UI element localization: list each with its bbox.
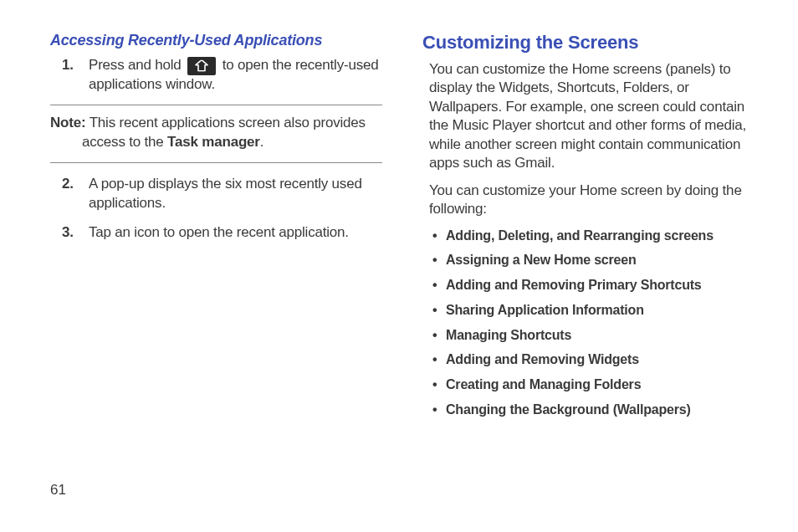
left-column: Accessing Recently-Used Applications 1. …	[50, 32, 382, 427]
bullet-item: Sharing Application Information	[432, 302, 755, 320]
bullet-item: Adding and Removing Widgets	[432, 351, 755, 369]
note-block: Note: This recent applications screen al…	[50, 105, 382, 163]
right-column: Customizing the Screens You can customiz…	[422, 32, 755, 427]
bullet-item: Adding, Deleting, and Rearranging screen…	[432, 228, 755, 245]
step-text-before: Press and hold	[89, 57, 185, 73]
home-icon	[187, 57, 216, 75]
page-number: 61	[50, 482, 66, 499]
bullet-item: Changing the Background (Wallpapers)	[432, 402, 755, 419]
section-heading-customizing: Customizing the Screens	[422, 32, 755, 54]
intro-paragraph-1: You can customize the Home screens (pane…	[422, 60, 755, 173]
step-number: 1.	[62, 56, 74, 75]
bullet-item: Managing Shortcuts	[432, 327, 755, 345]
note-text-after: .	[260, 134, 264, 150]
step-1: 1. Press and hold to open the recently-u…	[89, 56, 382, 95]
bullet-item: Creating and Managing Folders	[432, 376, 755, 394]
bullet-item: Adding and Removing Primary Shortcuts	[432, 277, 755, 294]
step-text: Tap an icon to open the recent applicati…	[89, 224, 349, 240]
step-3: 3. Tap an icon to open the recent applic…	[89, 223, 382, 243]
section-heading-accessing: Accessing Recently-Used Applications	[50, 32, 382, 49]
bullet-item: Assigning a New Home screen	[432, 252, 755, 269]
note-bold: Task manager	[167, 134, 260, 150]
note-label: Note:	[50, 115, 85, 130]
step-list-bottom: 2. A pop-up displays the six most recent…	[50, 175, 382, 243]
step-list-top: 1. Press and hold to open the recently-u…	[50, 56, 382, 95]
step-2: 2. A pop-up displays the six most recent…	[89, 175, 382, 213]
step-number: 3.	[62, 223, 74, 243]
customize-bullets: Adding, Deleting, and Rearranging screen…	[422, 228, 755, 419]
intro-paragraph-2: You can customize your Home screen by do…	[422, 182, 755, 219]
step-number: 2.	[62, 175, 74, 194]
step-text: A pop-up displays the six most recently …	[89, 176, 362, 211]
